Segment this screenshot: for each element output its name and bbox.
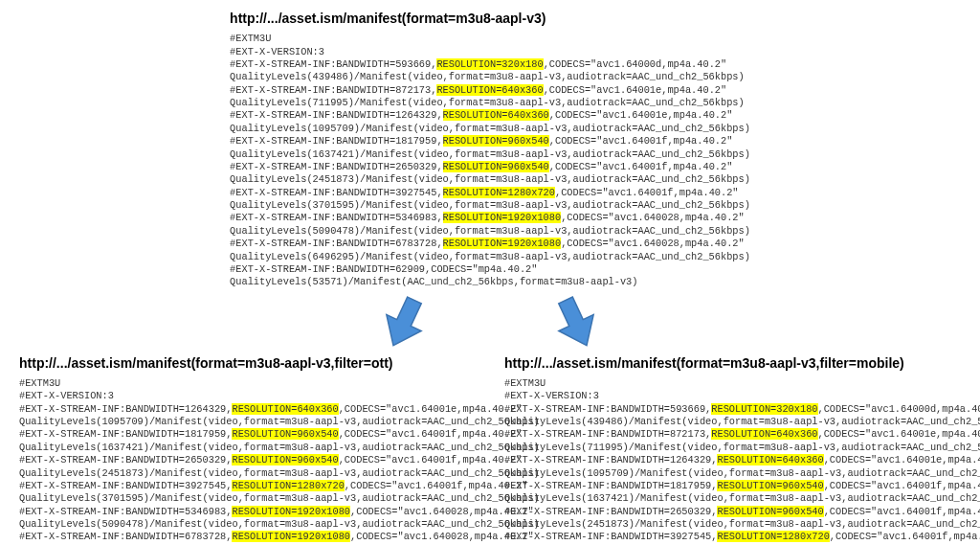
- code-line: QualityLevels(2451873)/Manifest(video,fo…: [504, 518, 961, 531]
- code-line: #EXT-X-STREAM-INF:BANDWIDTH=2650329,RESO…: [230, 161, 750, 173]
- code-line: QualityLevels(6496295)/Manifest(video,fo…: [230, 251, 750, 263]
- code-line: #EXT-X-STREAM-INF:BANDWIDTH=593669,RESOL…: [504, 403, 961, 416]
- code-line: #EXT-X-STREAM-INF:BANDWIDTH=62909,CODECS…: [230, 263, 750, 276]
- code-line: QualityLevels(439486)/Manifest(video,for…: [504, 416, 961, 428]
- code-line: #EXT-X-STREAM-INF:BANDWIDTH=1817959,RESO…: [504, 480, 961, 492]
- code-line: QualityLevels(2451873)/Manifest(video,fo…: [230, 173, 750, 186]
- code-line: #EXT-X-STREAM-INF:BANDWIDTH=1264329,RESO…: [230, 109, 750, 122]
- code-line: #EXT-X-VERSION:3: [504, 390, 961, 402]
- code-line: #EXT-X-VERSION:3: [230, 46, 750, 58]
- code-line: #EXTM3U: [230, 33, 750, 45]
- code-line: QualityLevels(2451873)/Manifest(video,fo…: [19, 467, 476, 480]
- code-line: #EXT-X-STREAM-INF:BANDWIDTH=1264329,RESO…: [504, 454, 961, 466]
- resolution-highlight: RESOLUTION=640x360: [711, 428, 817, 440]
- resolution-highlight: RESOLUTION=640x360: [443, 109, 549, 121]
- code-line: #EXT-X-STREAM-INF:BANDWIDTH=1817959,RESO…: [230, 135, 750, 148]
- resolution-highlight: RESOLUTION=1920x1080: [443, 212, 562, 223]
- code-line: QualityLevels(1637421)/Manifest(video,fo…: [504, 492, 961, 505]
- manifest-filter-ott: http://.../asset.ism/manifest(format=m3u…: [19, 354, 476, 545]
- code-line: QualityLevels(1095709)/Manifest(video,fo…: [504, 467, 961, 480]
- code-line: #EXT-X-STREAM-INF:BANDWIDTH=1817959,RESO…: [19, 428, 476, 441]
- resolution-highlight: RESOLUTION=960x540: [443, 135, 549, 147]
- filter-arrows: [19, 295, 961, 351]
- resolution-highlight: RESOLUTION=320x180: [711, 403, 817, 415]
- code-line: #EXT-X-STREAM-INF:BANDWIDTH=3927545,RESO…: [230, 187, 750, 199]
- resolution-highlight: RESOLUTION=1280x720: [717, 531, 829, 542]
- manifest-mobile-body: #EXTM3U#EXT-X-VERSION:3#EXT-X-STREAM-INF…: [504, 377, 961, 545]
- manifest-filter-mobile: http://.../asset.ism/manifest(format=m3u…: [504, 354, 961, 545]
- code-line: #EXT-X-STREAM-INF:BANDWIDTH=3927545,RESO…: [19, 480, 476, 492]
- resolution-highlight: RESOLUTION=1920x1080: [232, 506, 350, 517]
- manifest-source: http://.../asset.ism/manifest(format=m3u…: [19, 10, 961, 289]
- code-line: QualityLevels(53571)/Manifest(AAC_und_ch…: [230, 276, 750, 288]
- code-line: #EXT-X-VERSION:3: [19, 390, 476, 402]
- resolution-highlight: RESOLUTION=640x360: [232, 403, 338, 415]
- code-line: #EXT-X-STREAM-INF:BANDWIDTH=6783728,RESO…: [230, 238, 750, 250]
- code-line: QualityLevels(711995)/Manifest(video,for…: [504, 442, 961, 454]
- code-line: QualityLevels(1095709)/Manifest(video,fo…: [19, 416, 476, 428]
- resolution-highlight: RESOLUTION=640x360: [436, 84, 543, 96]
- code-line: #EXTM3U: [19, 377, 476, 390]
- code-line: QualityLevels(1637421)/Manifest(video,fo…: [19, 442, 476, 454]
- code-line: #EXT-X-STREAM-INF:BANDWIDTH=3927545,RESO…: [504, 531, 961, 543]
- resolution-highlight: RESOLUTION=1920x1080: [443, 238, 562, 249]
- code-line: #EXTM3U: [504, 377, 961, 390]
- manifest-mobile-url: http://.../asset.ism/manifest(format=m3u…: [504, 354, 961, 372]
- svg-marker-1: [548, 296, 604, 350]
- code-line: #EXT-X-STREAM-INF:BANDWIDTH=2650329,RESO…: [504, 506, 961, 518]
- code-line: #EXT-X-STREAM-INF:BANDWIDTH=5346983,RESO…: [19, 506, 476, 518]
- code-line: #EXT-X-STREAM-INF:BANDWIDTH=872173,RESOL…: [230, 84, 750, 97]
- code-line: #EXT-X-STREAM-INF:BANDWIDTH=2650329,RESO…: [19, 454, 476, 466]
- manifest-ott-url: http://.../asset.ism/manifest(format=m3u…: [19, 354, 476, 372]
- arrow-down-right-icon: [547, 296, 605, 350]
- resolution-highlight: RESOLUTION=960x540: [443, 161, 549, 172]
- resolution-highlight: RESOLUTION=960x540: [717, 506, 823, 517]
- manifest-source-body: #EXTM3U#EXT-X-VERSION:3#EXT-X-STREAM-INF…: [230, 33, 750, 289]
- resolution-highlight: RESOLUTION=960x540: [232, 428, 338, 440]
- code-line: #EXT-X-STREAM-INF:BANDWIDTH=1264329,RESO…: [19, 403, 476, 416]
- resolution-highlight: RESOLUTION=960x540: [717, 480, 823, 491]
- code-line: #EXT-X-STREAM-INF:BANDWIDTH=872173,RESOL…: [504, 428, 961, 441]
- code-line: QualityLevels(1095709)/Manifest(video,fo…: [230, 123, 750, 135]
- code-line: #EXT-X-STREAM-INF:BANDWIDTH=6783728,RESO…: [19, 531, 476, 543]
- code-line: QualityLevels(5090478)/Manifest(video,fo…: [19, 518, 476, 531]
- resolution-highlight: RESOLUTION=1280x720: [443, 187, 555, 198]
- resolution-highlight: RESOLUTION=1280x720: [232, 480, 344, 491]
- code-line: #EXT-X-STREAM-INF:BANDWIDTH=5346983,RESO…: [230, 212, 750, 224]
- code-line: QualityLevels(711995)/Manifest(video,for…: [230, 97, 750, 109]
- code-line: QualityLevels(1637421)/Manifest(video,fo…: [230, 148, 750, 161]
- code-line: #EXT-X-STREAM-INF:BANDWIDTH=593669,RESOL…: [230, 58, 750, 71]
- code-line: QualityLevels(439486)/Manifest(video,for…: [230, 71, 750, 83]
- resolution-highlight: RESOLUTION=320x180: [436, 58, 543, 70]
- resolution-highlight: RESOLUTION=1920x1080: [232, 531, 350, 542]
- svg-marker-0: [376, 296, 432, 350]
- code-line: QualityLevels(5090478)/Manifest(video,fo…: [230, 225, 750, 238]
- code-line: QualityLevels(3701595)/Manifest(video,fo…: [19, 492, 476, 505]
- resolution-highlight: RESOLUTION=960x540: [232, 454, 338, 466]
- code-line: QualityLevels(3701595)/Manifest(video,fo…: [230, 199, 750, 212]
- manifest-ott-body: #EXTM3U#EXT-X-VERSION:3#EXT-X-STREAM-INF…: [19, 377, 476, 545]
- manifest-source-url: http://.../asset.ism/manifest(format=m3u…: [230, 10, 750, 27]
- arrow-down-left-icon: [375, 296, 433, 350]
- resolution-highlight: RESOLUTION=640x360: [717, 454, 823, 466]
